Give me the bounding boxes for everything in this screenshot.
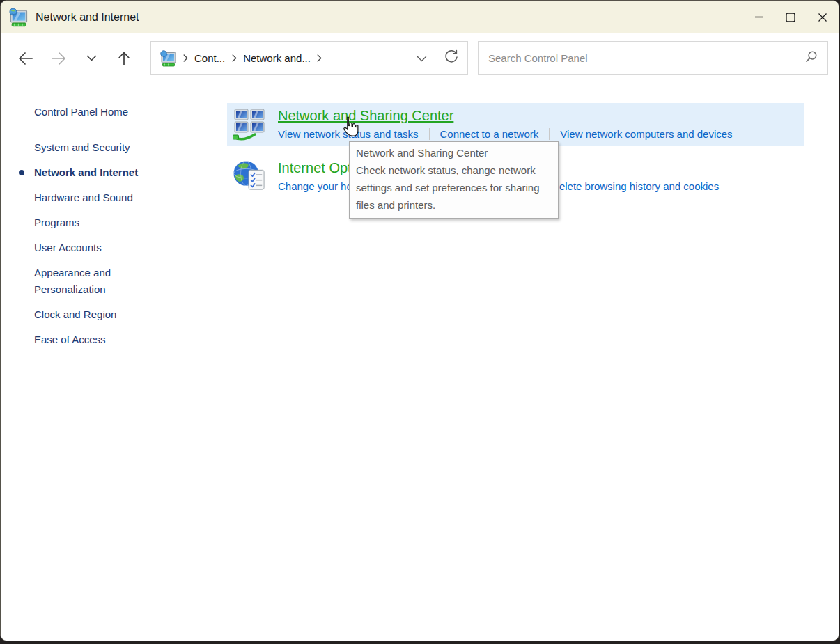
window-title: Network and Internet [36,11,139,24]
minimize-button[interactable] [742,1,775,33]
search-box[interactable] [478,41,828,75]
internet-options-icon[interactable] [233,159,266,194]
address-bar[interactable]: Cont... Network and... [150,41,468,75]
search-icon[interactable] [804,50,818,66]
control-panel-window: Network and Internet [0,0,839,641]
breadcrumb-item-control-panel[interactable]: Cont... [193,52,226,64]
navigation-bar: Cont... Network and... [1,33,839,83]
window-controls [742,1,839,33]
sidebar-item-hardware-and-sound[interactable]: Hardware and Sound [1,185,161,210]
sidebar-item-system-and-security[interactable]: System and Security [1,135,161,160]
tooltip-body: Check network status, change network set… [356,162,552,214]
delete-browsing-history-link[interactable]: Delete browsing history and cookies [552,180,719,192]
network-and-internet-app-icon [8,8,29,27]
network-and-sharing-center-icon[interactable] [233,107,266,142]
sidebar-item-ease-of-access[interactable]: Ease of Access [1,327,161,352]
back-arrow-icon [17,51,34,66]
up-arrow-icon [116,50,132,67]
refresh-button[interactable] [444,49,459,68]
view-network-computers-link[interactable]: View network computers and devices [560,128,732,140]
tooltip: Network and Sharing Center Check network… [349,141,559,219]
forward-button[interactable] [47,47,70,70]
hand-cursor [340,116,359,139]
link-separator [429,128,430,140]
sidebar-item-label: Network and Internet [34,166,138,178]
breadcrumb-chevron-icon[interactable] [228,54,240,63]
breadcrumb-chevron-icon[interactable] [180,54,191,63]
connect-to-network-link[interactable]: Connect to a network [440,128,539,140]
sidebar-item-network-and-internet[interactable]: Network and Internet [1,160,161,185]
chevron-down-icon [86,55,97,61]
maximize-button[interactable] [775,1,807,33]
chevron-down-icon [417,56,427,62]
address-dropdown-button[interactable] [417,52,427,65]
minimize-icon [754,13,763,22]
breadcrumb-chevron-icon[interactable] [314,54,325,63]
refresh-icon [444,49,459,65]
sidebar-item-user-accounts[interactable]: User Accounts [1,235,161,260]
network-and-internet-location-icon [160,50,178,67]
sidebar: Control Panel Home System and Security N… [1,83,227,641]
search-input[interactable] [488,52,804,64]
category-row-network-and-sharing-center: Network and Sharing Center View network … [227,103,804,146]
maximize-icon [786,13,795,22]
titlebar: Network and Internet [1,1,839,33]
forward-arrow-icon [50,51,67,66]
back-button[interactable] [15,47,37,70]
sidebar-item-appearance-and-personalization[interactable]: Appearance and Personalization [1,260,140,302]
active-item-bullet-icon [19,170,24,175]
recent-locations-button[interactable] [80,47,102,70]
sidebar-item-clock-and-region[interactable]: Clock and Region [1,302,161,327]
up-button[interactable] [113,47,135,70]
close-icon [818,13,827,22]
link-separator [549,128,550,140]
breadcrumb-item-network-and-internet[interactable]: Network and... [242,52,312,64]
sidebar-item-control-panel-home[interactable]: Control Panel Home [1,100,161,125]
close-button[interactable] [807,1,839,33]
sidebar-item-programs[interactable]: Programs [1,210,161,235]
tooltip-title: Network and Sharing Center [356,144,552,162]
